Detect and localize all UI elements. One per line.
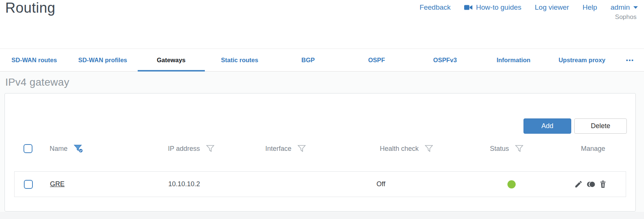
add-button[interactable]: Add (523, 118, 571, 134)
select-all-cell (24, 141, 32, 156)
status-cell (507, 172, 516, 197)
user-menu[interactable]: admin (610, 3, 638, 12)
howto-guides-label: How-to guides (476, 3, 521, 12)
manage-cell (574, 172, 607, 197)
column-header-interface: Interface (265, 141, 306, 156)
top-nav: Feedback How-to guides Log viewer Help a… (419, 3, 638, 12)
table-row: GRE 10.10.10.2 Off (14, 171, 626, 197)
tab-label: Information (497, 57, 531, 64)
clone-icon[interactable] (586, 180, 595, 189)
tab-information[interactable]: Information (479, 49, 548, 71)
filter-icon[interactable] (297, 145, 306, 152)
health-check-cell: Off (376, 172, 385, 197)
tab-overflow-ellipsis[interactable]: ••• (616, 49, 644, 71)
column-header-status: Status (490, 141, 523, 156)
row-checkbox-cell (24, 172, 33, 197)
bottom-band (0, 212, 644, 219)
column-header-health-check: Health check (380, 141, 433, 156)
tab-label: OSPFv3 (433, 57, 457, 64)
filter-icon[interactable] (515, 145, 523, 152)
tab-label: Static routes (221, 57, 258, 64)
tab-bgp[interactable]: BGP (274, 49, 343, 71)
column-label: Manage (581, 145, 605, 153)
column-label: IP address (168, 145, 200, 153)
video-camera-icon (464, 4, 473, 10)
edit-icon[interactable] (574, 180, 583, 188)
tab-sd-wan-routes[interactable]: SD-WAN routes (0, 49, 69, 71)
log-viewer-link[interactable]: Log viewer (535, 3, 569, 12)
log-viewer-label: Log viewer (535, 3, 569, 12)
tab-static-routes[interactable]: Static routes (206, 49, 274, 71)
column-header-ip-address: IP address (168, 141, 215, 156)
column-header-manage: Manage (581, 141, 605, 156)
column-label: Status (490, 145, 509, 153)
section-heading: IPv4 gateway (5, 76, 69, 88)
gateway-name-link[interactable]: GRE (50, 180, 65, 188)
select-all-checkbox[interactable] (24, 144, 32, 153)
tab-bar: SD-WAN routes SD-WAN profiles Gateways S… (0, 48, 644, 72)
tab-label: SD-WAN profiles (78, 57, 127, 64)
filter-icon[interactable] (206, 145, 215, 152)
tab-label: Gateways (157, 57, 185, 64)
page-title: Routing (5, 0, 55, 16)
column-label: Health check (380, 145, 419, 153)
delete-button[interactable]: Delete (574, 118, 627, 134)
tab-label: Upstream proxy (559, 57, 606, 64)
brand-label: Sophos (615, 13, 637, 21)
help-link[interactable]: Help (582, 3, 597, 12)
content-area: IPv4 gateway Add Delete Name IP address (0, 72, 644, 219)
column-label: Interface (265, 145, 291, 153)
caret-down-icon (633, 6, 638, 9)
tab-label: OSPF (368, 57, 385, 64)
tab-ospf[interactable]: OSPF (343, 49, 411, 71)
ip-address-cell: 10.10.10.2 (168, 172, 200, 197)
filter-active-icon[interactable] (74, 145, 84, 153)
feedback-link[interactable]: Feedback (419, 3, 450, 12)
help-label: Help (582, 3, 597, 12)
filter-icon[interactable] (425, 145, 433, 152)
tab-upstream-proxy[interactable]: Upstream proxy (548, 49, 616, 71)
tab-gateways[interactable]: Gateways (137, 49, 206, 71)
row-checkbox[interactable] (24, 180, 33, 189)
tab-label: BGP (301, 57, 315, 64)
delete-icon[interactable] (599, 180, 607, 188)
feedback-label: Feedback (419, 3, 450, 12)
column-label: Name (50, 145, 68, 153)
tab-label: SD-WAN routes (12, 57, 57, 64)
tab-ospfv3[interactable]: OSPFv3 (411, 49, 479, 71)
user-label: admin (610, 3, 630, 12)
status-dot (507, 180, 516, 188)
howto-guides-link[interactable]: How-to guides (464, 3, 521, 12)
tab-sd-wan-profiles[interactable]: SD-WAN profiles (69, 49, 137, 71)
column-header-name: Name (50, 141, 84, 156)
gateway-table-card: Add Delete Name IP address Interface (4, 93, 636, 212)
